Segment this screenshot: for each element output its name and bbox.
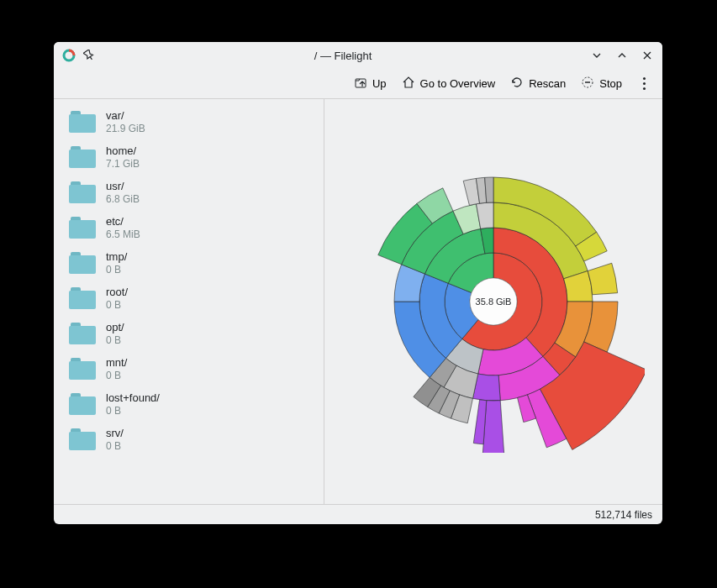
folder-name: home/ bbox=[106, 144, 140, 157]
folder-name: tmp/ bbox=[106, 250, 127, 263]
stop-button[interactable]: Stop bbox=[581, 76, 622, 92]
up-label: Up bbox=[372, 77, 387, 90]
file-count: 512,714 files bbox=[595, 509, 652, 521]
folder-icon bbox=[69, 111, 96, 133]
close-button[interactable] bbox=[641, 49, 654, 62]
up-button[interactable]: Up bbox=[354, 76, 387, 92]
statusbar: 512,714 files bbox=[54, 504, 662, 524]
folder-size: 0 B bbox=[106, 334, 124, 346]
rescan-button[interactable]: Rescan bbox=[510, 76, 566, 92]
folder-size: 21.9 GiB bbox=[106, 123, 145, 134]
app-window: / — Filelight Up Go to Overview bbox=[54, 42, 662, 524]
refresh-icon bbox=[510, 76, 524, 92]
sunburst-segment[interactable] bbox=[485, 177, 493, 202]
content-area: var/21.9 GiBhome/7.1 GiBusr/6.8 GiBetc/6… bbox=[54, 99, 662, 504]
folder-size: 6.8 GiB bbox=[106, 193, 140, 205]
folder-name: opt/ bbox=[106, 321, 124, 333]
overview-button[interactable]: Go to Overview bbox=[402, 76, 496, 92]
folder-icon bbox=[69, 252, 96, 274]
titlebar[interactable]: / — Filelight bbox=[54, 42, 662, 69]
folder-icon bbox=[69, 323, 96, 344]
folder-name: usr/ bbox=[106, 180, 140, 192]
sunburst-chart[interactable]: 35.8 GiB bbox=[324, 99, 662, 504]
folder-size: 0 B bbox=[106, 370, 127, 381]
folder-name: mnt/ bbox=[106, 356, 127, 369]
maximize-button[interactable] bbox=[615, 49, 629, 62]
folder-icon bbox=[69, 393, 96, 415]
minimize-button[interactable] bbox=[590, 49, 604, 62]
folder-name: etc/ bbox=[106, 215, 140, 228]
window-title: / — Filelight bbox=[96, 50, 590, 62]
folder-size: 6.5 MiB bbox=[106, 228, 140, 240]
overview-label: Go to Overview bbox=[420, 77, 496, 90]
folder-item[interactable]: mnt/0 B bbox=[54, 351, 324, 386]
folder-item[interactable]: opt/0 B bbox=[54, 316, 324, 351]
folder-item[interactable]: lost+found/0 B bbox=[54, 386, 324, 422]
toolbar: Up Go to Overview Rescan Stop bbox=[54, 69, 662, 99]
folder-size: 0 B bbox=[106, 299, 128, 311]
folder-icon bbox=[69, 287, 96, 309]
sunburst-segment[interactable] bbox=[588, 263, 617, 295]
folder-item[interactable]: tmp/0 B bbox=[54, 245, 324, 281]
folder-size: 0 B bbox=[106, 264, 127, 276]
folder-item[interactable]: root/0 B bbox=[54, 281, 324, 316]
folder-item[interactable]: var/21.9 GiB bbox=[54, 104, 324, 139]
folder-icon bbox=[69, 358, 96, 380]
folder-icon bbox=[69, 428, 96, 450]
folder-name: lost+found/ bbox=[106, 391, 160, 404]
pin-icon[interactable] bbox=[82, 49, 96, 62]
filelight-icon bbox=[62, 49, 76, 62]
folder-icon bbox=[69, 181, 96, 203]
chart-center-label: 35.8 GiB bbox=[476, 297, 512, 307]
folder-size: 0 B bbox=[106, 440, 124, 452]
stop-label: Stop bbox=[599, 77, 622, 90]
folder-item[interactable]: etc/6.5 MiB bbox=[54, 210, 324, 245]
folder-icon bbox=[69, 146, 96, 168]
folder-icon bbox=[69, 217, 96, 239]
folder-item[interactable]: srv/0 B bbox=[54, 422, 324, 457]
stop-icon bbox=[581, 76, 594, 92]
folder-item[interactable]: home/7.1 GiB bbox=[54, 139, 324, 175]
menu-button[interactable] bbox=[637, 77, 651, 90]
folder-name: srv/ bbox=[106, 427, 124, 439]
folder-name: var/ bbox=[106, 109, 145, 122]
up-icon bbox=[354, 76, 367, 92]
home-icon bbox=[402, 76, 415, 92]
rescan-label: Rescan bbox=[529, 77, 566, 90]
folder-list[interactable]: var/21.9 GiBhome/7.1 GiBusr/6.8 GiBetc/6… bbox=[54, 99, 324, 504]
folder-size: 0 B bbox=[106, 405, 160, 417]
folder-item[interactable]: usr/6.8 GiB bbox=[54, 175, 324, 210]
folder-name: root/ bbox=[106, 286, 128, 298]
folder-size: 7.1 GiB bbox=[106, 158, 140, 170]
